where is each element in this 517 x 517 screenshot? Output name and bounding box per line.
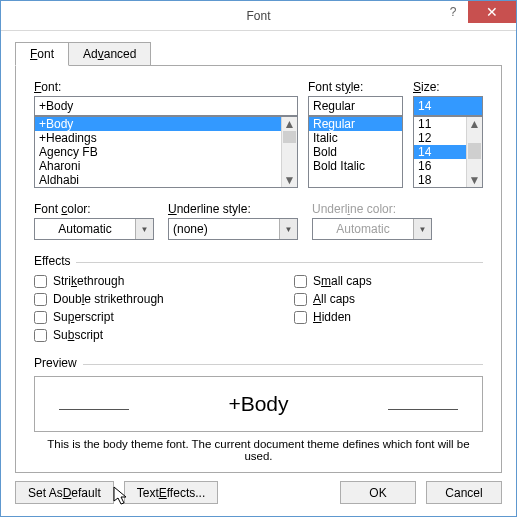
list-item[interactable]: Aharoni [35,159,297,173]
scroll-down-icon[interactable]: ▼ [284,173,296,187]
preview-group: Preview [34,356,483,370]
strikethrough-checkbox[interactable]: Strikethrough [34,274,294,288]
style-input[interactable] [308,96,403,116]
font-color-label: Font color: [34,202,154,216]
font-color-combo[interactable]: Automatic ▼ [34,218,154,240]
titlebar: Font ? ✕ [1,1,516,31]
ok-button[interactable]: OK [340,481,416,504]
preview-box: +Body [34,376,483,432]
list-item[interactable]: +Headings [35,131,297,145]
style-label: Font style: [308,80,403,94]
button-row: Set As Default Text Effects... OK Cancel [15,481,502,504]
set-as-default-button[interactable]: Set As Default [15,481,114,504]
scroll-up-icon[interactable]: ▲ [469,117,481,131]
preview-hint: This is the body theme font. The current… [34,438,483,462]
superscript-checkbox[interactable]: Superscript [34,310,294,324]
scroll-down-icon[interactable]: ▼ [469,173,481,187]
font-listbox[interactable]: +Body +Headings Agency FB Aharoni Aldhab… [34,116,298,188]
underline-style-combo[interactable]: (none) ▼ [168,218,298,240]
list-item[interactable]: Agency FB [35,145,297,159]
effects-group: Effects [34,254,483,268]
size-listbox[interactable]: 11 12 14 16 18 ▲ ▼ [413,116,483,188]
double-strikethrough-checkbox[interactable]: Double strikethrough [34,292,294,306]
size-label: Size: [413,80,483,94]
all-caps-checkbox[interactable]: All caps [294,292,372,306]
scrollbar[interactable]: ▲ ▼ [466,117,482,187]
hidden-checkbox[interactable]: Hidden [294,310,372,324]
help-button[interactable]: ? [438,1,468,23]
preview-line [59,409,129,410]
list-item[interactable]: +Body [35,117,297,131]
preview-line [388,409,458,410]
scroll-thumb[interactable] [283,131,296,143]
small-caps-checkbox[interactable]: Small caps [294,274,372,288]
scrollbar[interactable]: ▲ ▼ [281,117,297,187]
list-item[interactable]: Bold [309,145,402,159]
list-item[interactable]: Italic [309,131,402,145]
close-button[interactable]: ✕ [468,1,516,23]
chevron-down-icon: ▼ [135,219,153,239]
tab-font[interactable]: Font [15,42,69,66]
list-item[interactable]: Aldhabi [35,173,297,187]
text-effects-button[interactable]: Text Effects... [124,481,219,504]
tab-strip: Font Advanced [15,41,516,65]
size-input[interactable] [413,96,483,116]
tab-body: Font: +Body +Headings Agency FB Aharoni … [15,65,502,473]
font-input[interactable] [34,96,298,116]
font-dialog: Font ? ✕ Font Advanced Font: +Body +Head… [0,0,517,517]
underline-color-combo: Automatic ▼ [312,218,432,240]
preview-text: +Body [228,392,288,416]
chevron-down-icon: ▼ [413,219,431,239]
subscript-checkbox[interactable]: Subscript [34,328,294,342]
style-listbox[interactable]: Regular Italic Bold Bold Italic [308,116,403,188]
chevron-down-icon: ▼ [279,219,297,239]
scroll-up-icon[interactable]: ▲ [284,117,296,131]
cancel-button[interactable]: Cancel [426,481,502,504]
font-label: Font: [34,80,298,94]
list-item[interactable]: Regular [309,117,402,131]
list-item[interactable]: Bold Italic [309,159,402,173]
scroll-thumb[interactable] [468,143,481,159]
underline-color-label: Underline color: [312,202,432,216]
tab-advanced[interactable]: Advanced [69,42,151,66]
titlebar-buttons: ? ✕ [438,1,516,23]
underline-style-label: Underline style: [168,202,298,216]
